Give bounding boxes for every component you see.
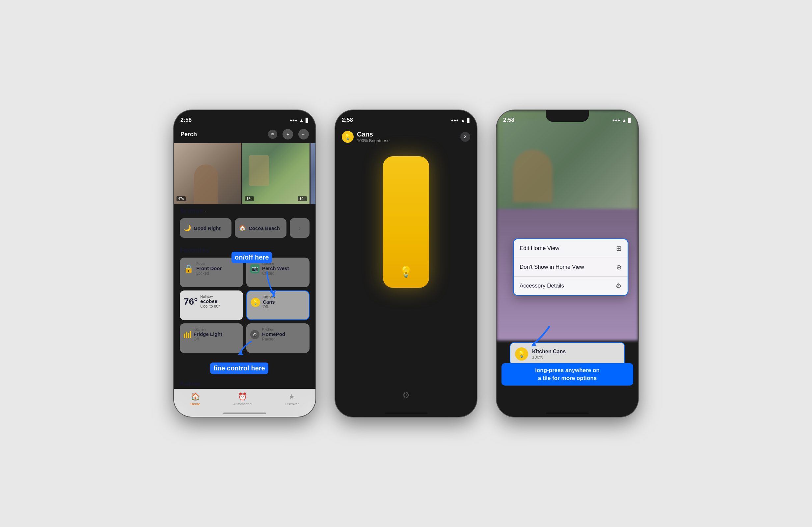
- phone3-annotation-text: long-press anywhere ona tile for more op…: [502, 363, 633, 386]
- scenes-chevron-icon: ›: [204, 209, 206, 214]
- camera-tile-1[interactable]: 47s: [174, 143, 241, 204]
- cans-header-left: 💡 Cans 100% Brightness: [342, 131, 389, 143]
- bulb-bottom-icon: 💡: [400, 266, 412, 278]
- status-time-2: 2:58: [342, 117, 353, 123]
- arrow-to-tile: [526, 323, 552, 351]
- moon-icon: 🌙: [184, 224, 191, 231]
- tab-automation[interactable]: ⏰ Automation: [233, 392, 251, 406]
- camera-timestamp-3: 19s: [298, 196, 307, 201]
- signal-icon-2: ●●●: [451, 118, 459, 123]
- battery-icon: ▊: [306, 118, 309, 123]
- scene-more[interactable]: ›: [290, 218, 309, 238]
- wifi-icon: ▲: [299, 118, 304, 123]
- fav-homepod[interactable]: ⊙ Kitchen HomePod Paused: [246, 323, 309, 353]
- fav-fridge-light[interactable]: Kitchen Fridge Light Off: [180, 323, 243, 353]
- nav-title: Perch: [180, 131, 197, 138]
- bulb-icon: 💡: [251, 298, 260, 307]
- cans-close-button[interactable]: ×: [460, 132, 470, 142]
- scenes-header: Scenes ›: [180, 207, 309, 215]
- arrow-fine-control: [235, 338, 255, 359]
- bulb-visual[interactable]: 💡: [383, 156, 429, 288]
- home-indicator-1: [223, 412, 266, 414]
- tab-home[interactable]: 🏠 Home: [190, 392, 200, 406]
- home-tab-icon: 🏠: [191, 392, 200, 401]
- camera-timestamp-1: 47s: [176, 196, 186, 201]
- context-accessory-details[interactable]: Accessory Details ⚙: [514, 277, 628, 295]
- scenes-section: Scenes › 🌙 Good Night 🏠 Cocoa Beach ›: [180, 207, 309, 240]
- cans-title-group: Cans 100% Brightness: [357, 131, 389, 143]
- context-edit-home-view[interactable]: Edit Home View ⊞: [514, 239, 628, 258]
- status-time-1: 2:58: [180, 117, 192, 123]
- grid-icon: ⊞: [616, 244, 622, 252]
- minus-circle-icon: ⊖: [616, 263, 622, 271]
- camera-icon: 📷: [250, 264, 260, 273]
- camera-strip[interactable]: 47s 18s 19s: [174, 143, 316, 204]
- status-icons-3: ●●● ▲ ▊: [612, 118, 632, 123]
- chevron-right-icon: ›: [299, 224, 301, 232]
- lock-icon: 🔒: [184, 264, 193, 273]
- phone-1: 2:58 ●●● ▲ ▊ Perch ≋ + ···: [174, 110, 316, 417]
- favorites-grid: 🔒 Foyer Front Door Locked 📷 Garage: [180, 258, 309, 320]
- scene-tiles: 🌙 Good Night 🏠 Cocoa Beach ›: [180, 218, 309, 238]
- gear-icon: ⚙: [616, 282, 622, 290]
- home-indicator-2: [385, 412, 427, 414]
- phone3-annotation: long-press anywhere ona tile for more op…: [502, 363, 633, 386]
- cans-header: 💡 Cans 100% Brightness ×: [335, 127, 477, 146]
- status-icons-2: ●●● ▲ ▊: [451, 118, 470, 123]
- automation-tab-icon: ⏰: [238, 392, 247, 401]
- bulb-shape: 💡: [383, 156, 429, 288]
- arrow-to-cans: [262, 271, 278, 302]
- wifi-icon-3: ▲: [622, 118, 626, 123]
- add-button[interactable]: +: [282, 129, 293, 139]
- fridge-icon: [184, 331, 191, 338]
- annotation-fine-control: fine control here: [210, 362, 269, 374]
- fav-ecobee[interactable]: 76° Hallway ecobee Cool to 80°: [180, 290, 243, 320]
- signal-icon-3: ●●●: [612, 118, 620, 123]
- camera-tile-3[interactable]: [310, 143, 316, 204]
- status-icons-1: ●●● ▲ ▊: [290, 118, 309, 123]
- home-nav: Perch ≋ + ···: [174, 127, 316, 141]
- notch-2: [385, 110, 427, 122]
- tab-discover[interactable]: ★ Discover: [285, 392, 299, 406]
- status-time-3: 2:58: [503, 117, 514, 123]
- house-icon: 🏠: [239, 224, 246, 231]
- home-indicator-3: [546, 412, 589, 414]
- scene-cocoa-beach[interactable]: 🏠 Cocoa Beach: [235, 218, 287, 238]
- soundwave-icon: ≋: [271, 132, 274, 136]
- hallway-label: Hallway: [180, 381, 201, 387]
- cans-gear-icon[interactable]: ⚙: [402, 390, 410, 400]
- notch-1: [223, 110, 266, 122]
- scene-good-night[interactable]: 🌙 Good Night: [180, 218, 231, 238]
- homepod-icon: ⊙: [250, 330, 260, 339]
- door-shape: [194, 165, 218, 204]
- context-dont-show[interactable]: Don't Show in Home View ⊖: [514, 258, 628, 277]
- wifi-icon-2: ▲: [461, 118, 465, 123]
- battery-icon-3: ▊: [628, 118, 632, 123]
- cans-bulb-icon: 💡: [342, 131, 354, 143]
- arch-shape: [249, 155, 269, 186]
- annotation-onoff: on/off here: [231, 252, 272, 263]
- discover-tab-icon: ★: [288, 392, 295, 401]
- battery-icon-2: ▊: [467, 118, 470, 123]
- nav-icons: ≋ + ···: [268, 129, 309, 139]
- phone-2: 2:58 ●●● ▲ ▊ 💡 Cans 100% Brightness ×: [335, 110, 477, 417]
- context-menu: Edit Home View ⊞ Don't Show in Home View…: [513, 239, 628, 296]
- camera-tile-2[interactable]: 18s 19s: [242, 143, 310, 204]
- notch-3: [546, 110, 589, 122]
- signal-icon: ●●●: [290, 118, 298, 123]
- more-button[interactable]: ···: [298, 129, 309, 139]
- camera-timestamp-2: 18s: [245, 196, 254, 201]
- phone-3: 2:58 ●●● ▲ ▊ Edit Home View ⊞ Don't Show…: [496, 110, 638, 417]
